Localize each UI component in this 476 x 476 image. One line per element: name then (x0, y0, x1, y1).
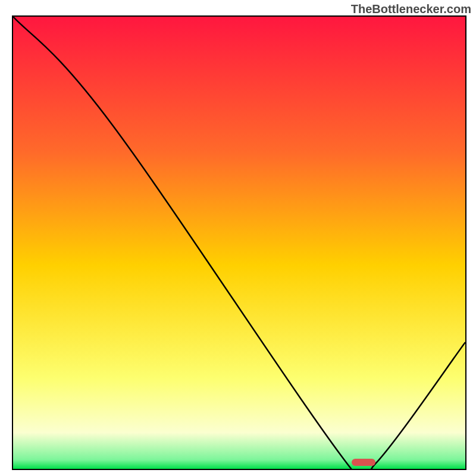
watermark: TheBottlenecker.com (351, 2, 471, 16)
chart-plot-area (12, 15, 466, 470)
chart-marker (352, 459, 375, 466)
chart-curve (13, 17, 465, 469)
